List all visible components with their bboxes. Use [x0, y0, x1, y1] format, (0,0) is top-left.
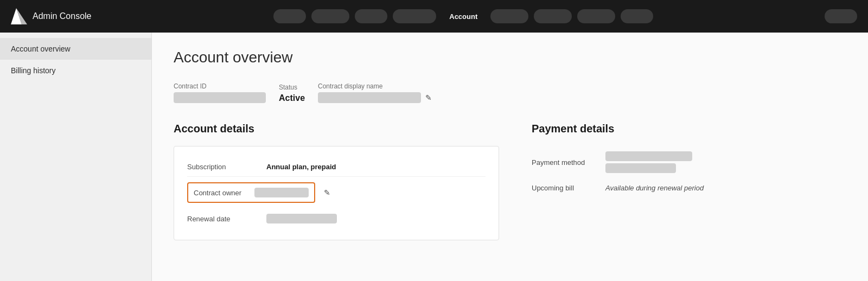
sidebar-item-account-overview-label: Account overview	[11, 44, 71, 53]
top-nav: Admin Console Account	[0, 0, 868, 33]
subscription-value: Annual plan, prepaid	[266, 163, 336, 171]
payment-method-bar-2	[605, 163, 676, 173]
nav-pill-6[interactable]	[534, 9, 572, 23]
contract-owner-value-bar	[254, 188, 309, 197]
nav-pill-7[interactable]	[577, 9, 615, 23]
upcoming-bill-value: Available during renewal period	[605, 184, 704, 192]
upcoming-bill-label: Upcoming bill	[532, 184, 597, 192]
nav-pill-4[interactable]	[393, 9, 436, 23]
user-avatar[interactable]	[825, 9, 857, 23]
renewal-date-row: Renewal date	[187, 208, 486, 229]
account-details-title: Account details	[174, 123, 499, 135]
account-details-section: Account details Subscription Annual plan…	[174, 123, 499, 240]
sidebar: Account overview Billing history	[0, 33, 152, 281]
subscription-row: Subscription Annual plan, prepaid	[187, 157, 486, 177]
payment-details-title: Payment details	[532, 123, 727, 135]
nav-pill-1[interactable]	[273, 9, 306, 23]
content-area: Account overview Contract ID Status Acti…	[152, 33, 868, 281]
contract-row: Contract ID Status Active Contract displ…	[174, 82, 846, 103]
contract-owner-edit-icon[interactable]: ✎	[324, 188, 330, 197]
payment-method-values	[605, 151, 692, 173]
app-name-label: Admin Console	[33, 11, 92, 21]
nav-pill-account[interactable]: Account	[442, 9, 485, 23]
upcoming-bill-row: Upcoming bill Available during renewal p…	[532, 178, 727, 197]
payment-method-row: Payment method	[532, 146, 727, 178]
contract-owner-label: Contract owner	[194, 189, 248, 197]
display-name-edit-icon[interactable]: ✎	[425, 93, 432, 102]
payment-method-label: Payment method	[532, 158, 597, 167]
contract-owner-row: Contract owner	[187, 182, 315, 203]
account-details-card: Subscription Annual plan, prepaid Contra…	[174, 146, 499, 240]
adobe-logo-icon	[11, 8, 27, 24]
display-name-value-group: ✎	[318, 92, 432, 103]
nav-logo: Admin Console	[11, 8, 92, 24]
renewal-date-value-bar	[266, 214, 337, 223]
nav-account-label: Account	[442, 12, 485, 21]
display-name-label: Contract display name	[318, 82, 432, 90]
subscription-label: Subscription	[187, 163, 258, 171]
contract-id-group: Contract ID	[174, 82, 266, 103]
sidebar-item-billing-history[interactable]: Billing history	[0, 60, 151, 81]
page-title: Account overview	[174, 49, 846, 66]
nav-right	[825, 9, 857, 23]
contract-status-group: Status Active	[279, 84, 305, 103]
contract-id-value-bar	[174, 92, 266, 103]
contract-id-label: Contract ID	[174, 82, 266, 90]
main-wrapper: Account overview Billing history Account…	[0, 33, 868, 281]
status-label: Status	[279, 84, 305, 91]
renewal-date-label: Renewal date	[187, 215, 258, 223]
nav-pill-3[interactable]	[355, 9, 387, 23]
sidebar-item-account-overview[interactable]: Account overview	[0, 38, 151, 60]
contract-display-name-group: Contract display name ✎	[318, 82, 432, 103]
nav-pills: Account	[111, 9, 816, 23]
nav-pill-5[interactable]	[490, 9, 528, 23]
sections-row: Account details Subscription Annual plan…	[174, 123, 846, 240]
nav-pill-2[interactable]	[311, 9, 349, 23]
nav-pill-8[interactable]	[621, 9, 653, 23]
status-value: Active	[279, 93, 305, 103]
display-name-value-bar	[318, 92, 421, 103]
payment-details-section: Payment details Payment method Upcoming …	[532, 123, 727, 240]
payment-method-bar-1	[605, 151, 692, 161]
sidebar-item-billing-history-label: Billing history	[11, 66, 55, 75]
